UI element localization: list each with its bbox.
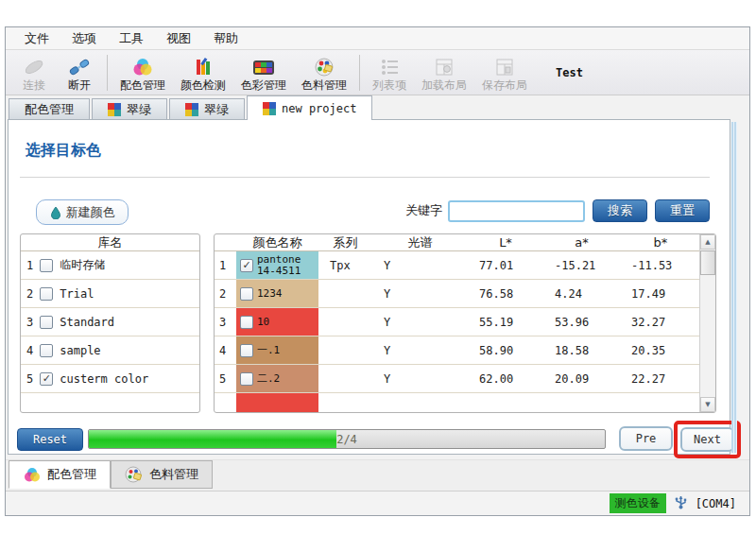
scroll-down-icon[interactable]: ▼	[700, 397, 715, 412]
color-checkbox[interactable]	[240, 344, 253, 357]
project-icon	[108, 103, 122, 116]
connect-icon	[23, 56, 45, 78]
pre-button[interactable]: Pre	[619, 426, 673, 451]
L-value: 77.01	[468, 251, 543, 279]
library-checkbox[interactable]	[40, 287, 53, 301]
library-row[interactable]: 4 sample	[21, 336, 199, 365]
palette-icon	[313, 56, 335, 78]
com-port-label: [COM4]	[696, 497, 736, 510]
color-swatch: 二.2	[236, 365, 318, 392]
a-value: 53.96	[543, 308, 620, 336]
row-number: 2	[26, 287, 33, 301]
progress-text: 2/4	[89, 430, 605, 448]
color-row[interactable]: 1 pantone 14-4511 Tpx Y 77.01 -15.21 -11…	[215, 251, 699, 280]
col-spectrum: 光谱	[372, 234, 468, 250]
library-checkbox[interactable]	[40, 344, 53, 357]
library-row[interactable]: 3 Standard	[21, 308, 199, 336]
divider	[20, 177, 710, 178]
table-scrollbar[interactable]: ▲ ▼	[699, 234, 715, 412]
toolbar-button-label: 断开	[68, 78, 91, 93]
keyword-input[interactable]	[448, 200, 585, 222]
L-value: 76.58	[468, 280, 543, 307]
reset-filter-button[interactable]: 重置	[655, 199, 710, 222]
new-project-panel: 选择目标色 新建颜色 关键字 搜索 重置 库名	[8, 119, 730, 455]
tab-label: 翠绿	[204, 101, 229, 118]
color-name: 1234	[257, 288, 283, 300]
spectrum-value: Y	[372, 308, 468, 336]
col-L: L*	[468, 234, 543, 250]
color-name: 二.2	[257, 373, 280, 385]
color-row[interactable]: 5 二.2 Y 62.00 20.09 22.27	[215, 365, 699, 393]
color-row[interactable]: 3 10 Y 55.19 53.96 32.27	[215, 308, 699, 336]
library-row[interactable]: 1 临时存储	[21, 251, 199, 280]
bottom-tab-color-matching[interactable]: 配色管理	[9, 460, 111, 489]
menu-help[interactable]: 帮助	[204, 28, 251, 49]
reset-button[interactable]: Reset	[17, 428, 83, 451]
bottom-tab-pigment[interactable]: 色料管理	[111, 460, 213, 489]
color-swatch: 一.1	[236, 336, 318, 364]
usb-icon	[674, 494, 688, 512]
menu-view[interactable]: 视图	[157, 28, 204, 49]
color-checkbox[interactable]	[240, 372, 253, 386]
color-manage-button[interactable]: 色彩管理	[233, 52, 294, 94]
new-color-button[interactable]: 新建颜色	[36, 199, 129, 225]
series-value	[318, 280, 372, 307]
color-detect-button[interactable]: 颜色检测	[173, 52, 233, 94]
bottom-tab-bar: 配色管理 色料管理	[6, 459, 749, 491]
library-table-header: 库名	[21, 234, 199, 251]
list-items-button[interactable]: 列表项	[365, 52, 414, 94]
color-swatch: pantone 14-4511	[236, 251, 318, 279]
b-value: 22.27	[620, 365, 701, 392]
toolbar-button-label: 色料管理	[301, 78, 347, 93]
color-matching-button[interactable]: 配色管理	[112, 52, 173, 94]
color-mosaic-icon	[251, 56, 276, 78]
color-row[interactable]: 2 1234 Y 76.58 4.24 17.49	[215, 280, 699, 308]
library-table: 库名 1 临时存储 2 Trial 3 Standard	[20, 233, 200, 413]
color-row[interactable]: 4 一.1 Y 58.90 18.58 20.35	[215, 336, 699, 365]
tab-new-project[interactable]: new project	[247, 95, 372, 120]
library-checkbox[interactable]	[40, 372, 53, 386]
col-a: a*	[543, 234, 620, 250]
library-checkbox[interactable]	[40, 259, 53, 272]
tab-color-matching[interactable]: 配色管理	[9, 98, 90, 120]
color-checkbox[interactable]	[240, 316, 253, 329]
list-icon	[378, 56, 401, 78]
toolbar-button-label: 色彩管理	[241, 78, 286, 93]
library-name: Trial	[60, 287, 94, 301]
scroll-up-icon[interactable]: ▲	[700, 234, 715, 250]
menu-options[interactable]: 选项	[62, 28, 110, 49]
cmy-circles-icon	[23, 466, 42, 483]
library-checkbox[interactable]	[40, 316, 53, 329]
project-icon	[185, 103, 199, 116]
color-name: pantone 14-4511	[257, 254, 318, 277]
color-checkbox[interactable]	[240, 287, 253, 301]
save-layout-button[interactable]: 保存布局	[474, 52, 535, 94]
toolbar: 连接 断开	[6, 50, 749, 95]
connect-button[interactable]: 连接	[11, 52, 57, 94]
tab-emerald-1[interactable]: 翠绿	[92, 98, 167, 120]
a-value: 18.58	[543, 336, 620, 364]
device-status-badge: 测色设备	[610, 493, 666, 513]
pigment-manage-button[interactable]: 色料管理	[294, 52, 354, 94]
load-layout-button[interactable]: 加载布局	[414, 52, 474, 94]
next-button[interactable]: Next	[680, 427, 734, 452]
library-name: Standard	[60, 316, 114, 329]
color-checkbox[interactable]	[240, 259, 253, 272]
tab-label: 翠绿	[127, 101, 151, 118]
toolbar-button-label: 配色管理	[120, 78, 165, 93]
row-number: 3	[26, 316, 33, 329]
menu-tools[interactable]: 工具	[110, 28, 157, 49]
tab-label: new project	[282, 102, 356, 115]
tab-emerald-2[interactable]: 翠绿	[169, 98, 245, 120]
search-button[interactable]: 搜索	[593, 199, 647, 222]
menu-bar: 文件 选项 工具 视图 帮助	[6, 27, 749, 50]
toolbar-separator	[107, 55, 108, 91]
library-row[interactable]: 5 custerm color	[21, 365, 199, 393]
toolbar-button-label: 加载布局	[421, 78, 467, 93]
color-swatch: 1234	[236, 280, 318, 307]
disconnect-button[interactable]: 断开	[57, 52, 102, 94]
scrollbar-thumb[interactable]	[700, 250, 715, 275]
series-value	[318, 336, 372, 364]
library-row[interactable]: 2 Trial	[21, 280, 199, 308]
menu-file[interactable]: 文件	[15, 28, 62, 49]
